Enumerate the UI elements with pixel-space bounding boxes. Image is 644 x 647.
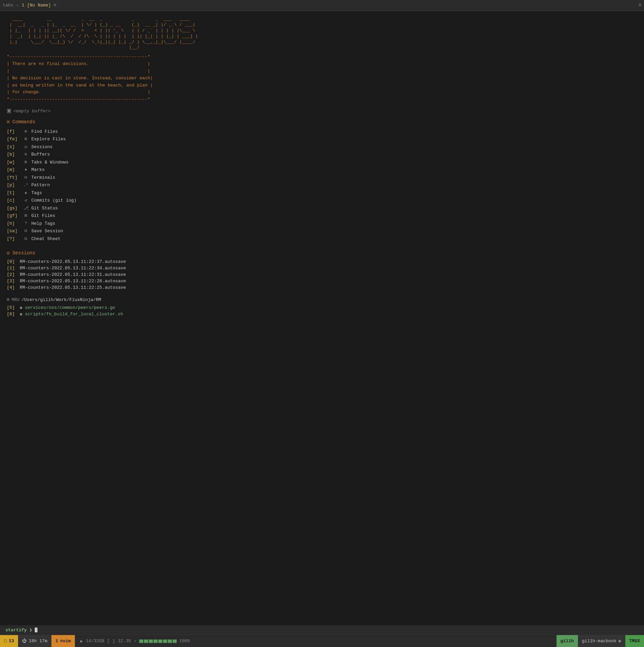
mru-item-5[interactable]: [5] ◼ services/oss/common/peers/peers.go [7,305,637,310]
status-username: gillh [561,638,574,644]
mru-item-6[interactable]: [6] ◼ scripts/fn_build_for_local_cluster… [7,312,637,317]
session-4[interactable]: [4] RM-counters-2022.05.13.11:22:25.auto… [7,285,637,290]
status-square-icon: □ [4,638,7,644]
mru-label: MRU [12,297,19,302]
prompt-cursor [35,628,37,632]
status-number: 13 [9,638,14,644]
session-name-4: RM-counters-2022.05.13.11:22:25.autosave [20,285,126,290]
cmd-save-session[interactable]: [sa] ⊡ Save Session [7,228,637,235]
key-ft: [ft] [7,174,20,181]
mru-header: ⊞ MRU /Users/gillh/Work/FluxNinja/RM [7,297,637,302]
session-key-3: [3] [7,279,17,284]
tabs-label: tabs [3,3,13,8]
sessions-section-label: Sessions [12,250,35,256]
key-q: [?] [7,236,20,242]
commands-label: Commands [12,119,35,125]
battery-seg-5 [158,640,162,643]
quote-box: *---------------------------------------… [7,53,637,103]
status-hostname: gillh-macbook [582,638,616,644]
mru-key-6: [6] [7,312,17,317]
status-right: gillh gillh-macbook ⊕ TMUX [557,635,644,647]
cmd-help-tags[interactable]: [h] ? Help Tags [7,220,637,227]
key-gf: [gf] [7,212,20,219]
commands-section: ⌘ Commands [f] ⊕ Find Files [fe] ⊞ Explo… [7,119,637,243]
pattern-label: Pattern [31,182,50,189]
cmd-buffers[interactable]: [b] ≋ Buffers [7,151,637,158]
battery-seg-8 [173,640,177,643]
session-name-0: RM-counters-2022.05.13.11:22:37.autosave [20,259,126,264]
ascii-banner: ____ __ _ __ _ _ _ ___ ____ | __| _ _ | … [7,16,637,51]
session-0[interactable]: [0] RM-counters-2022.05.13.11:22:37.auto… [7,259,637,264]
battery-seg-7 [168,640,172,643]
status-nvim-label: nvim [60,638,71,644]
tags-label: Tags [31,190,42,196]
tags-icon: ◈ [23,190,29,196]
help-tags-icon: ? [23,220,29,227]
mru-section: ⊞ MRU /Users/gillh/Work/FluxNinja/RM [5]… [7,297,637,318]
key-h: [h] [7,220,20,227]
save-session-label: Save Session [31,228,63,235]
sessions-label: Sessions [31,144,52,151]
battery-bar [139,640,177,643]
session-3[interactable]: [3] RM-counters-2022.05.13.11:22:28.auto… [7,279,637,284]
status-number-segment: □ 13 [0,635,18,647]
session-1[interactable]: [1] RM-counters-2022.05.13.11:22:34.auto… [7,266,637,271]
status-username-segment: gillh [557,635,578,647]
cmd-tabs-windows[interactable]: [w] ⊞ Tabs & Windows [7,159,637,166]
mru-key-5: [5] [7,305,17,310]
tab-menu-icon[interactable]: ≡ [54,3,57,8]
status-time: 18h 17m [29,638,47,644]
git-files-icon: ⊠ [23,212,29,219]
buffer-line: e <empty buffer> [7,109,637,114]
explore-files-label: Explore Files [31,136,66,143]
mru-file-icon-5: ◼ [20,305,22,310]
cmd-commits[interactable]: [c] ↺ Commits (git log) [7,197,637,204]
status-bracket-close: ] [112,638,115,644]
cmd-cheat-sheet[interactable]: [?] ⊡ Cheat Sheet [7,236,637,242]
cmd-marks[interactable]: [m] ♦ Marks [7,167,637,173]
cmd-terminals[interactable]: [ft] ⊟ Terminals [7,174,637,181]
sessions-section-icon: ◎ [7,250,10,256]
terminals-label: Terminals [31,174,55,181]
key-fe: [fe] [7,136,20,143]
status-bar: □ 13 ⏻ 18h 17m 1 nvim ▶ 14/32GB [ ] 32.3… [0,635,644,647]
prompt-directory: startify [5,628,27,633]
terminals-icon: ⊟ [23,174,29,181]
cmd-explore-files[interactable]: [fe] ⊞ Explore Files [7,136,637,143]
status-tmux-segment: TMUX [625,635,644,647]
mru-path: /Users/gillh/Work/FluxNinja/RM [21,297,101,302]
cmd-pattern[interactable]: [p] .* Pattern [7,182,637,189]
cmd-tags[interactable]: [t] ◈ Tags [7,190,637,196]
cmd-find-files[interactable]: [f] ⊕ Find Files [7,128,637,135]
session-key-2: [2] [7,272,17,277]
tab-bar: tabs › 1 [No Name] ≡ X [0,0,644,11]
mru-file-icon-6: ◼ [20,312,22,317]
mru-filename-5: services/oss/common/peers/peers.go [25,305,115,310]
find-files-icon: ⊕ [23,128,29,135]
status-middle: ▶ 14/32GB [ ] 32.3% ⚡ 100% [75,638,556,644]
session-2[interactable]: [2] RM-counters-2022.05.13.11:22:31.auto… [7,272,637,277]
close-button[interactable]: X [639,3,641,8]
session-name-2: RM-counters-2022.05.13.11:22:31.autosave [20,272,126,277]
status-percent: 32.3% [118,638,131,644]
git-status-icon: ⎇ [23,205,29,212]
sessions-icon: ◎ [23,144,29,151]
prompt-symbol: ❯ [29,627,32,633]
session-key-0: [0] [7,259,17,264]
cmd-git-files[interactable]: [gf] ⊠ Git Files [7,212,637,219]
key-m: [m] [7,167,20,173]
help-tags-label: Help Tags [31,220,55,227]
status-globe-icon: ⊕ [618,638,621,644]
cmd-git-status[interactable]: [gs] ⎇ Git Status [7,205,637,212]
git-status-label: Git Status [31,205,58,212]
cheat-sheet-icon: ⊡ [23,236,29,242]
sessions-section: ◎ Sessions [0] RM-counters-2022.05.13.11… [7,250,637,291]
status-power-icon: ⏻ [22,638,27,644]
commits-label: Commits (git log) [31,197,77,204]
tabs-windows-icon: ⊞ [23,159,29,166]
status-nvim-num: 1 [55,638,58,644]
buffers-icon: ≋ [23,151,29,158]
battery-seg-6 [163,640,167,643]
cmd-sessions[interactable]: [s] ◎ Sessions [7,144,637,151]
buffers-label: Buffers [31,151,50,158]
